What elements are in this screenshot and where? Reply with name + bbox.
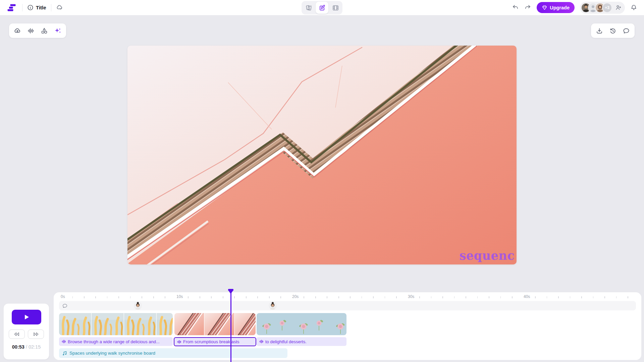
ruler-ticks: [61, 296, 637, 298]
tab-edit[interactable]: [316, 2, 328, 14]
version-history-icon[interactable]: [607, 25, 619, 37]
audio-label: Spaces underlying walk synchronise board: [69, 351, 155, 356]
video-editor-app: Title: [0, 0, 644, 362]
top-bar: Title: [0, 0, 644, 15]
info-icon: [27, 4, 34, 11]
ruler-label-10s: 10s: [175, 294, 184, 299]
comments-icon[interactable]: [621, 25, 632, 37]
caption-track: Browse through a wide range of delicious…: [54, 337, 641, 346]
avatar-stack: +3: [581, 3, 612, 13]
ruler-label-30s: 30s: [407, 294, 416, 299]
stage-area: sequenc: [0, 15, 644, 362]
voiceover-waveform-icon[interactable]: [25, 25, 37, 37]
skip-forward-button[interactable]: [28, 329, 44, 339]
caption-clip-1[interactable]: Browse through a wide range of delicious…: [59, 337, 173, 346]
play-icon: [23, 314, 30, 320]
music-note-icon: [62, 351, 67, 356]
playback-controls-card: 00:53 / 02:15: [3, 303, 49, 360]
time-display: 00:53 / 02:15: [12, 344, 41, 350]
comment-marker-avatar[interactable]: [269, 302, 277, 310]
topbar-left-group: Title: [0, 3, 63, 13]
video-track: [54, 313, 641, 335]
ruler-label-20s: 20s: [291, 294, 300, 299]
avatar-overflow-badge[interactable]: +3: [602, 3, 612, 13]
divider: [51, 4, 51, 11]
undo-icon[interactable]: [512, 4, 519, 11]
notifications-bell-icon[interactable]: [630, 4, 637, 11]
divider: [22, 4, 22, 11]
total-time: 02:15: [29, 344, 41, 350]
comment-bubble-icon: [62, 303, 68, 309]
video-clip-2-staircase[interactable]: [174, 313, 256, 335]
mini-waveform-icon: [177, 340, 181, 344]
download-icon[interactable]: [594, 25, 605, 37]
cloud-sync-icon[interactable]: [56, 4, 63, 11]
current-time: 00:53: [12, 344, 24, 350]
audio-clip[interactable]: Spaces underlying walk synchronise board: [59, 348, 287, 358]
playhead[interactable]: [230, 290, 231, 362]
mini-waveform-icon: [62, 340, 66, 344]
project-title-group[interactable]: Title: [27, 4, 46, 11]
upload-media-icon[interactable]: [12, 25, 23, 37]
video-clip-3-flowers[interactable]: [257, 313, 346, 335]
gem-icon: [542, 5, 547, 10]
app-logo[interactable]: [6, 3, 17, 13]
upgrade-button[interactable]: Upgrade: [537, 2, 575, 13]
caption-clip-3[interactable]: to delightful desserts.: [257, 337, 346, 346]
playhead-handle-icon[interactable]: [228, 290, 233, 294]
skip-back-button[interactable]: [9, 329, 25, 339]
caption-text: to delightful desserts.: [265, 339, 307, 344]
logo-icon: [7, 3, 17, 13]
stage-right-toolbar: [591, 23, 635, 38]
watermark: sequenc: [460, 249, 515, 262]
redo-icon[interactable]: [524, 4, 531, 11]
elements-shapes-icon[interactable]: [39, 25, 50, 37]
tab-design[interactable]: [302, 2, 315, 14]
preview-frame-staircase-image: [127, 46, 517, 264]
video-clip-1-grass[interactable]: [59, 313, 173, 335]
ai-sparkles-icon[interactable]: [52, 25, 63, 37]
comments-track[interactable]: [59, 301, 636, 310]
add-person-icon[interactable]: [615, 4, 622, 11]
mini-waveform-icon: [259, 340, 263, 344]
collaborators-group: +3: [580, 2, 625, 14]
topbar-right-group: Upgrade: [512, 2, 644, 14]
comment-marker-avatar[interactable]: [134, 302, 142, 310]
play-button[interactable]: [12, 310, 41, 324]
timeline-ruler[interactable]: 0s 10s 20s 30s 40s: [61, 294, 637, 300]
upgrade-label: Upgrade: [550, 5, 570, 10]
timeline-panel: 0s 10s 20s 30s 40s: [54, 292, 641, 360]
ruler-label-40s: 40s: [522, 294, 531, 299]
ruler-label-0s: 0s: [59, 294, 66, 299]
stage-left-toolbar: [9, 23, 66, 38]
project-title: Title: [36, 5, 46, 10]
caption-clip-2-selected[interactable]: From scrumptious breakfasts: [174, 337, 256, 346]
time-separator: /: [26, 344, 27, 350]
video-preview-canvas[interactable]: sequenc: [127, 46, 517, 264]
tab-scenes[interactable]: [329, 2, 342, 14]
mode-switcher: [302, 1, 342, 14]
skip-buttons: [9, 329, 44, 339]
caption-text: Browse through a wide range of delicious…: [68, 339, 160, 344]
